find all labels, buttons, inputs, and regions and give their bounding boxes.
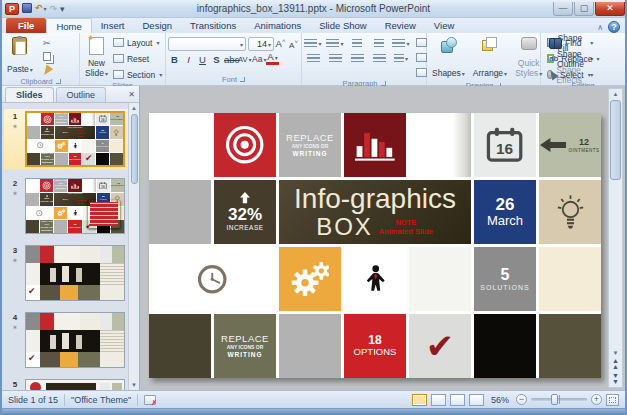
scrollbar-thumb[interactable] bbox=[131, 114, 138, 184]
select-button[interactable]: Select▾ bbox=[549, 68, 600, 81]
close-panel-icon[interactable]: ✕ bbox=[128, 90, 135, 99]
tile-person[interactable] bbox=[344, 247, 406, 311]
tile-title[interactable]: Info-graphicsBOXNOTE Animated Slide bbox=[279, 180, 471, 244]
tab-home[interactable]: Home bbox=[46, 18, 91, 33]
strikethrough-button[interactable]: abc bbox=[224, 54, 237, 65]
tile-idea[interactable] bbox=[539, 180, 601, 244]
character-spacing-button[interactable]: AV▾ bbox=[238, 55, 251, 64]
redo-button[interactable]: ↷ bbox=[50, 4, 58, 14]
scroll-up-icon[interactable]: ▲ bbox=[611, 89, 620, 99]
tab-transitions[interactable]: Transitions bbox=[181, 18, 245, 33]
powerpoint-logo-icon[interactable]: P bbox=[5, 3, 19, 15]
slide-thumbnail-1[interactable]: 1✶REPLACEANY ICONS ORWRITING1612OINTMENT… bbox=[4, 109, 139, 169]
collapse-ribbon-icon[interactable]: ∧ bbox=[597, 23, 603, 32]
numbering-button[interactable]: ▾ bbox=[326, 37, 344, 50]
tile-replace-bottom[interactable]: REPLACEANY ICONS ORWRITING bbox=[214, 314, 276, 378]
scrollbar-thumb[interactable] bbox=[610, 100, 621, 180]
slide-canvas[interactable]: REPLACEANY ICONS ORWRITING1612OINTMENTS3… bbox=[149, 113, 601, 378]
tile-calendar[interactable]: 16 bbox=[474, 113, 536, 177]
slide-thumbnail-3[interactable]: 3✶✔ bbox=[4, 243, 139, 303]
font-color-button[interactable]: A▾ bbox=[266, 53, 279, 65]
text-shadow-button[interactable]: S bbox=[210, 54, 223, 65]
undo-button[interactable]: ↶▾ bbox=[35, 3, 47, 14]
help-icon[interactable]: ? bbox=[608, 21, 620, 33]
copy-button[interactable] bbox=[38, 50, 56, 63]
tile-blank-olive[interactable] bbox=[149, 314, 211, 378]
align-center-button[interactable] bbox=[326, 52, 344, 65]
italic-button[interactable]: I bbox=[182, 54, 195, 65]
tab-review[interactable]: Review bbox=[376, 18, 425, 33]
arrange-button[interactable]: Arrange▾ bbox=[470, 35, 510, 81]
tab-animations[interactable]: Animations bbox=[245, 18, 310, 33]
layout-button[interactable]: Layout▾ bbox=[113, 36, 162, 49]
tile-replace-top[interactable]: REPLACEANY ICONS ORWRITING bbox=[279, 113, 341, 177]
qat-customize-button[interactable]: ▾ bbox=[60, 4, 65, 14]
tab-slide-show[interactable]: Slide Show bbox=[310, 18, 376, 33]
slideshow-view-button[interactable] bbox=[469, 394, 484, 406]
clipboard-dialog-launcher[interactable] bbox=[56, 79, 61, 84]
tile-blank-light[interactable] bbox=[409, 247, 471, 311]
tile-target[interactable] bbox=[214, 113, 276, 177]
tab-file[interactable]: File bbox=[6, 18, 46, 33]
zoom-slider-thumb[interactable] bbox=[551, 394, 558, 405]
tile-blank-black[interactable] bbox=[474, 314, 536, 378]
find-button[interactable]: Find bbox=[549, 36, 600, 49]
tab-design[interactable]: Design bbox=[133, 18, 181, 33]
shrink-font-button[interactable]: A˅ bbox=[287, 39, 300, 50]
columns-button[interactable]: ▾ bbox=[392, 52, 410, 65]
tile-increase[interactable]: 32%INCREASE bbox=[214, 180, 276, 244]
change-case-button[interactable]: Aa▾ bbox=[252, 54, 265, 64]
font-name-combo[interactable]: ▾ bbox=[168, 37, 246, 51]
tile-gears[interactable] bbox=[279, 247, 341, 311]
close-button[interactable]: ✕ bbox=[595, 2, 625, 16]
align-left-button[interactable] bbox=[304, 52, 322, 65]
justify-button[interactable] bbox=[370, 52, 388, 65]
minimize-button[interactable]: — bbox=[553, 2, 573, 16]
tile-blank-white-curl[interactable] bbox=[409, 113, 471, 177]
animation-indicator-icon[interactable]: ✶ bbox=[12, 123, 18, 131]
font-size-combo[interactable]: 14▾ bbox=[248, 37, 274, 51]
animation-indicator-icon[interactable]: ✶ bbox=[12, 324, 18, 332]
previous-slide-button[interactable]: ▲▲ bbox=[612, 358, 619, 370]
tile-blank-gray[interactable] bbox=[149, 180, 211, 244]
replace-button[interactable]: abReplace▾ bbox=[549, 52, 600, 65]
grow-font-button[interactable]: A˄ bbox=[274, 38, 287, 49]
zoom-in-button[interactable]: + bbox=[591, 394, 602, 405]
zoom-level[interactable]: 56% bbox=[491, 395, 509, 405]
tile-options[interactable]: 18OPTIONS bbox=[344, 314, 406, 378]
maximize-button[interactable]: ▢ bbox=[574, 2, 594, 16]
theme-name[interactable]: "Office Theme" bbox=[71, 395, 131, 405]
cut-button[interactable]: ✂ bbox=[38, 36, 56, 49]
normal-view-button[interactable] bbox=[412, 394, 427, 406]
main-vertical-scrollbar[interactable]: ▲ ▼ ▲▲ ▼▼ bbox=[608, 88, 623, 388]
line-spacing-button[interactable]: ▾ bbox=[392, 37, 410, 50]
zoom-slider[interactable] bbox=[531, 398, 587, 401]
save-button[interactable] bbox=[22, 3, 32, 15]
tile-blank-olive-2[interactable] bbox=[539, 314, 601, 378]
font-dialog-launcher[interactable] bbox=[240, 77, 245, 82]
reset-button[interactable]: Reset bbox=[113, 52, 162, 65]
tile-check[interactable]: ✔ bbox=[409, 314, 471, 378]
scroll-down-icon[interactable]: ▼ bbox=[130, 380, 139, 390]
tile-blank-gray-2[interactable] bbox=[279, 314, 341, 378]
underline-button[interactable]: U bbox=[196, 54, 209, 65]
bold-button[interactable]: B bbox=[168, 54, 181, 65]
tile-solutions[interactable]: 5SOLUTIONS bbox=[474, 247, 536, 311]
bullets-button[interactable]: ▾ bbox=[304, 37, 322, 50]
section-button[interactable]: Section▾ bbox=[113, 68, 162, 81]
panel-tab-outline[interactable]: Outline bbox=[56, 87, 107, 102]
tab-insert[interactable]: Insert bbox=[92, 18, 134, 33]
reading-view-button[interactable] bbox=[450, 394, 465, 406]
spellcheck-icon[interactable] bbox=[144, 395, 156, 405]
increase-indent-button[interactable] bbox=[370, 37, 388, 50]
paste-button[interactable]: Paste▾ bbox=[4, 35, 36, 77]
slide-thumbnail-2[interactable]: 2✶REPLACEANY ICONS ORWRITING1612OINTMENT… bbox=[4, 176, 139, 236]
scroll-up-icon[interactable]: ▲ bbox=[130, 103, 139, 113]
title-bar[interactable]: P ↶▾ ↷ ▾ infographics_box_13911.pptx - M… bbox=[2, 0, 625, 18]
fit-to-window-button[interactable] bbox=[606, 394, 619, 406]
tile-bar-chart[interactable] bbox=[344, 113, 406, 177]
slide-thumbnail-5[interactable]: 5✶✔ bbox=[4, 377, 139, 390]
tile-blank-cream[interactable] bbox=[539, 247, 601, 311]
decrease-indent-button[interactable] bbox=[348, 37, 366, 50]
shapes-button[interactable]: Shapes▾ bbox=[429, 35, 468, 81]
